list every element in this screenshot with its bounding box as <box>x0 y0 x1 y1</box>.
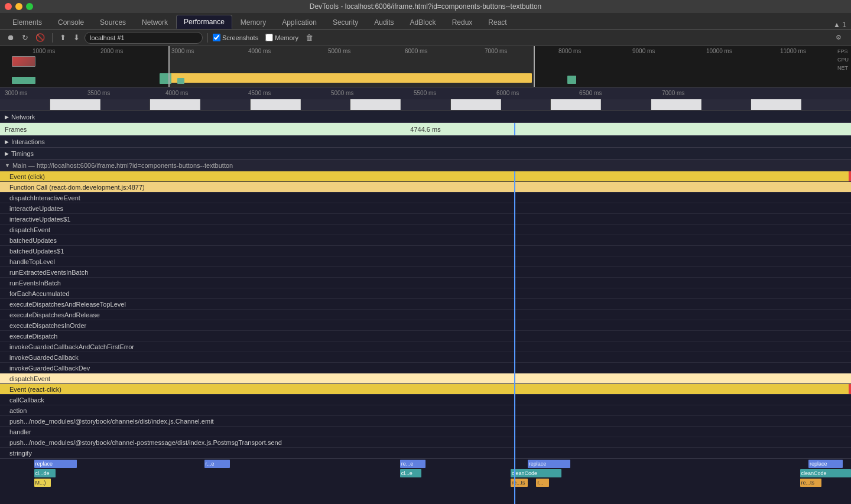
main-arrow: ▼ <box>5 162 10 168</box>
toolbar: ⏺ ↻ 🚫 ⬆ ⬇ localhost #1 Screenshots Memor… <box>0 30 851 46</box>
frames-section-row[interactable]: Frames 4744.6 ms <box>0 123 851 136</box>
reload-profile-button[interactable]: ↻ <box>20 32 31 43</box>
mini-block-r-1: r... <box>536 479 549 487</box>
call-row-execute-dispatches-release[interactable]: executeDispatchesAndRelease <box>0 310 851 320</box>
red-marker-20 <box>849 384 851 394</box>
call-row-dispatch-event-2[interactable]: dispatchEvent <box>0 373 851 384</box>
call-label-postmsg-send: push.../node_modules/@storybook/channel-… <box>0 439 851 446</box>
separator-1 <box>52 33 53 43</box>
call-label-invoke-guarded-catch: invokeGuardedCallbackAndCatchFirstError <box>0 343 851 350</box>
interactions-arrow: ▶ <box>5 139 9 145</box>
call-row-invoke-guarded-dev[interactable]: invokeGuardedCallbackDev <box>0 363 851 373</box>
call-row-interactive-updates-1[interactable]: interactiveUpdates$1 <box>0 214 851 225</box>
call-row-handle-top-level[interactable]: handleTopLevel <box>0 256 851 267</box>
title-bar: DevTools - localhost:6006/iframe.html?id… <box>0 0 851 13</box>
tab-security[interactable]: Security <box>325 15 366 29</box>
call-row-handler[interactable]: handler <box>0 427 851 437</box>
detail-mark-5000: 5000 ms <box>331 90 353 96</box>
timings-section-row[interactable]: ▶ Timings <box>0 148 851 160</box>
call-row-dispatch-event[interactable]: dispatchEvent <box>0 225 851 235</box>
call-row-execute-dispatches-order[interactable]: executeDispatchesInOrder <box>0 320 851 331</box>
maximize-button[interactable] <box>26 3 33 10</box>
mini-row-3: M...) re...ts r... re...ts <box>0 478 851 487</box>
tab-react[interactable]: React <box>480 15 514 29</box>
interactions-section-row[interactable]: ▶ Interactions <box>0 136 851 148</box>
screenshots-checkbox[interactable] <box>213 34 220 41</box>
tab-performance[interactable]: Performance <box>176 15 232 29</box>
memory-checkbox[interactable] <box>265 34 273 41</box>
detail-timeline[interactable]: 3000 ms 3500 ms 4000 ms 4500 ms 5000 ms … <box>0 87 851 111</box>
delete-button[interactable]: 🗑 <box>303 32 316 43</box>
call-row-run-extracted[interactable]: runExtractedEventsInBatch <box>0 267 851 278</box>
ruler-mark-9000: 9000 ms <box>632 48 655 54</box>
ruler-mark-10000: 10000 ms <box>706 48 732 54</box>
net-label: NET <box>837 64 849 72</box>
call-row-call-callback[interactable]: callCallback <box>0 395 851 405</box>
call-label-run-events: runEventsInBatch <box>0 279 851 287</box>
call-label-interactive-updates-1: interactiveUpdates$1 <box>0 216 851 223</box>
warning-count: ▲ 1 <box>833 21 846 29</box>
screenshots-checkbox-label[interactable]: Screenshots <box>213 34 258 41</box>
call-row-run-events[interactable]: runEventsInBatch <box>0 278 851 288</box>
call-label-execute-dispatches-release: executeDispatchesAndRelease <box>0 311 851 318</box>
call-row-interactive-updates[interactable]: interactiveUpdates <box>0 203 851 214</box>
detail-mark-6500: 6500 ms <box>579 90 602 96</box>
clear-button[interactable]: 🚫 <box>33 32 47 43</box>
memory-checkbox-label[interactable]: Memory <box>265 34 298 41</box>
call-row-foreach[interactable]: forEachAccumulated <box>0 288 851 299</box>
mini-block-cleancode-1: cleanCode <box>511 469 561 477</box>
network-label: Network <box>11 113 35 121</box>
mini-block-m: M...) <box>34 479 51 487</box>
call-row-event-react-click[interactable]: Event (react-click) <box>0 384 851 395</box>
call-row-execute-dispatch[interactable]: executeDispatch <box>0 331 851 342</box>
timings-label: Timings <box>11 150 34 157</box>
mini-block-cleancode-2: cleanCode <box>800 469 851 477</box>
call-row-postmsg-send[interactable]: push.../node_modules/@storybook/channel-… <box>0 437 851 448</box>
tab-adblock[interactable]: AdBlock <box>402 15 444 29</box>
window-controls[interactable] <box>5 3 33 10</box>
call-row-event-click[interactable]: Event (click) <box>0 171 851 182</box>
call-row-batched-updates[interactable]: batchedUpdates <box>0 235 851 246</box>
call-row-function-call[interactable]: Function Call (react-dom.development.js:… <box>0 182 851 193</box>
detail-mark-4000: 4000 ms <box>165 90 188 96</box>
save-button[interactable]: ⬇ <box>71 32 82 43</box>
tab-application[interactable]: Application <box>274 15 324 29</box>
mini-block-rets-2: re...ts <box>800 479 821 487</box>
tab-console[interactable]: Console <box>50 15 92 29</box>
call-row-action[interactable]: action <box>0 405 851 416</box>
network-section-row[interactable]: ▶ Network <box>0 111 851 123</box>
network-arrow: ▶ <box>5 114 9 120</box>
settings-icon[interactable]: ⚙ <box>836 34 842 41</box>
call-label-invoke-guarded-dev: invokeGuardedCallbackDev <box>0 365 851 372</box>
call-label-execute-dispatches-order: executeDispatchesInOrder <box>0 322 851 329</box>
call-tree[interactable]: Event (click) Function Call (react-dom.d… <box>0 171 851 504</box>
tab-memory[interactable]: Memory <box>233 15 274 29</box>
main-header-row[interactable]: ▼ Main — http://localhost:6006/iframe.ht… <box>0 160 851 171</box>
tab-network[interactable]: Network <box>134 15 176 29</box>
fps-labels: FPS CPU NET <box>837 47 849 72</box>
call-row-stringify[interactable]: stringify <box>0 448 851 459</box>
call-label-action: action <box>0 407 851 414</box>
mini-row-1: replace r...e re...e replace replace <box>0 459 851 469</box>
call-row-dispatch-interactive[interactable]: dispatchInteractiveEvent <box>0 193 851 203</box>
call-row-execute-dispatches-release-top[interactable]: executeDispatchesAndReleaseTopLevel <box>0 299 851 310</box>
tab-elements[interactable]: Elements <box>5 15 50 29</box>
minimize-button[interactable] <box>15 3 22 10</box>
record-button[interactable]: ⏺ <box>5 32 17 43</box>
tab-audits[interactable]: Audits <box>366 15 401 29</box>
call-row-invoke-guarded[interactable]: invokeGuardedCallback <box>0 352 851 363</box>
tab-sources[interactable]: Sources <box>92 15 134 29</box>
screenshot-thumb-1 <box>12 56 35 67</box>
interactions-label: Interactions <box>11 138 45 145</box>
detail-mark-4500: 4500 ms <box>248 90 271 96</box>
load-button[interactable]: ⬆ <box>57 32 69 43</box>
close-button[interactable] <box>5 3 12 10</box>
detail-mark-3000: 3000 ms <box>5 90 27 96</box>
call-row-invoke-guarded-catch[interactable]: invokeGuardedCallbackAndCatchFirstError <box>0 342 851 352</box>
call-row-batched-updates-1[interactable]: batchedUpdates$1 <box>0 246 851 256</box>
call-label-channel-emit: push.../node_modules/@storybook/channels… <box>0 418 851 425</box>
tab-redux[interactable]: Redux <box>444 15 480 29</box>
call-row-channel-emit[interactable]: push.../node_modules/@storybook/channels… <box>0 416 851 427</box>
timeline-overview[interactable]: 1000 ms 2000 ms 3000 ms 4000 ms 5000 ms … <box>0 46 851 87</box>
selection-overlay[interactable] <box>168 46 535 87</box>
